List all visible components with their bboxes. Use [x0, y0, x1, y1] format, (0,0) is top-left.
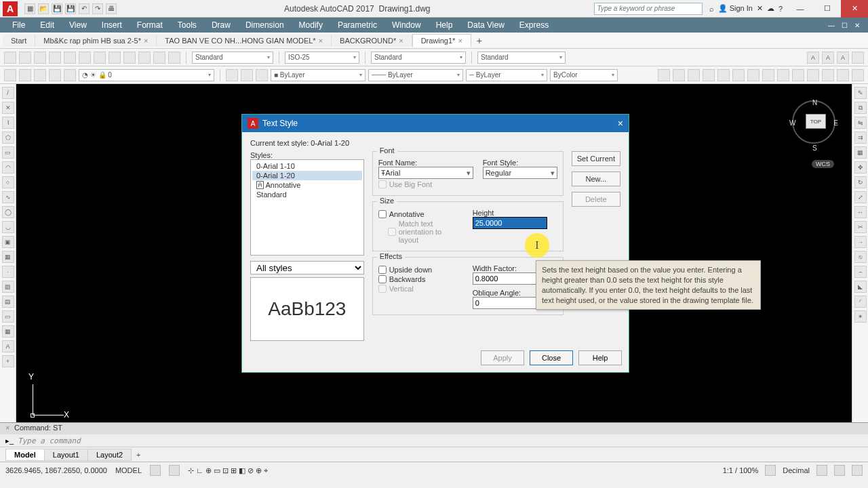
close-icon[interactable]: × [458, 37, 462, 45]
point-icon[interactable]: · [2, 266, 14, 278]
mdi-min-icon[interactable]: — [825, 20, 837, 30]
gear-icon[interactable] [765, 465, 776, 476]
print-icon[interactable]: 🖶 [106, 3, 117, 14]
open-icon[interactable]: 📂 [38, 3, 49, 14]
tool-icon[interactable] [226, 69, 238, 81]
tool-icon[interactable] [94, 52, 106, 64]
dimstyle-combo[interactable]: ISO-25 [285, 52, 359, 64]
tab-layout2[interactable]: Layout2 [87, 449, 132, 461]
color-combo[interactable]: ■ ByLayer [271, 69, 366, 81]
extend-icon[interactable]: → [854, 236, 867, 248]
explode-icon[interactable]: ✶ [854, 310, 867, 323]
tool-icon[interactable] [19, 52, 31, 64]
dialog-titlebar[interactable]: A Text Style × [242, 115, 629, 132]
text-icon[interactable]: A [837, 52, 849, 64]
minimize-button[interactable]: — [787, 0, 814, 18]
status-icon[interactable] [816, 465, 827, 476]
grid-icon[interactable] [150, 465, 161, 476]
fontstyle-combo[interactable]: Regular [483, 167, 557, 179]
close-icon[interactable]: × [144, 37, 148, 45]
table-icon[interactable]: ▦ [2, 325, 14, 338]
menu-dimension[interactable]: Dimension [239, 19, 291, 31]
dim-icon[interactable] [777, 69, 789, 81]
help-button[interactable]: Help [578, 350, 622, 365]
maximize-button[interactable]: ☐ [814, 0, 841, 18]
tool-icon[interactable] [19, 69, 31, 81]
dim-icon[interactable] [658, 69, 670, 81]
gradient-icon[interactable]: ▤ [2, 296, 14, 308]
tool-icon[interactable] [852, 52, 864, 64]
setcurrent-button[interactable]: Set Current [572, 151, 620, 166]
app-icon[interactable]: A [3, 1, 18, 16]
menu-window[interactable]: Window [385, 19, 428, 31]
mdi-max-icon[interactable]: ☐ [839, 20, 850, 30]
styles-listbox[interactable]: 0-Arial 1-10 0-Arial 1-20 🄰 Annotative S… [250, 159, 364, 256]
menu-format[interactable]: Format [130, 19, 170, 31]
rotate-icon[interactable]: ↻ [854, 176, 867, 188]
menu-express[interactable]: Express [513, 19, 555, 31]
linetype-combo[interactable]: ─── ByLayer [368, 69, 463, 81]
insert-icon[interactable]: ▣ [2, 236, 14, 248]
style-filter-combo[interactable]: All styles [250, 261, 364, 274]
dim-icon[interactable] [673, 69, 685, 81]
signin-button[interactable]: 👤 Sign In [718, 4, 753, 13]
close-icon[interactable]: × [399, 37, 403, 45]
exchange-icon[interactable]: ✕ [757, 4, 763, 13]
save-icon[interactable]: 💾 [52, 3, 62, 14]
list-item[interactable]: 0-Arial 1-10 [252, 161, 362, 171]
dim-icon[interactable] [688, 69, 700, 81]
new-button[interactable]: New... [572, 171, 620, 186]
a360-icon[interactable]: ☁ [767, 4, 774, 13]
tool-icon[interactable] [123, 52, 136, 64]
tab-doc-active[interactable]: Drawing1*× [412, 34, 471, 47]
tool-icon[interactable] [34, 52, 46, 64]
menu-view[interactable]: View [62, 19, 94, 31]
dim-icon[interactable] [807, 69, 819, 81]
dim-icon[interactable] [703, 69, 715, 81]
dim-icon[interactable] [852, 69, 864, 81]
erase-icon[interactable]: ✎ [854, 87, 867, 99]
viewcube-n[interactable]: N [812, 99, 817, 106]
dim-icon[interactable] [822, 69, 834, 81]
close-icon[interactable]: × [319, 37, 323, 45]
dim-icon[interactable] [732, 69, 745, 81]
rect-icon[interactable]: ▭ [2, 146, 14, 159]
space-mode[interactable]: MODEL [115, 466, 142, 474]
tool-icon[interactable] [138, 52, 151, 64]
tab-layout1[interactable]: Layout1 [44, 449, 88, 461]
textstyle-combo[interactable]: Standard [192, 52, 273, 64]
saveas-icon[interactable]: 💾 [65, 3, 76, 14]
trim-icon[interactable]: ✂ [854, 221, 867, 233]
xline-icon[interactable]: ✕ [2, 102, 14, 114]
mtext-icon[interactable]: A [2, 340, 14, 352]
tool-icon[interactable] [108, 52, 121, 64]
new-icon[interactable]: ▦ [24, 3, 35, 14]
tool-icon[interactable] [64, 52, 76, 64]
ellipsearc-icon[interactable]: ◡ [2, 221, 14, 233]
layer-combo[interactable]: ◔ ☀ 🔒 0 [79, 69, 214, 81]
arc-icon[interactable]: ◠ [2, 161, 14, 174]
text-icon[interactable]: A [822, 52, 834, 64]
dim-icon[interactable] [717, 69, 730, 81]
ellipse-icon[interactable]: ◯ [2, 206, 14, 218]
hatch-icon[interactable]: ▨ [2, 281, 14, 293]
list-item[interactable]: 0-Arial 1-20 [252, 171, 362, 180]
list-item[interactable]: 🄰 Annotative [252, 180, 362, 190]
viewcube-s[interactable]: S [812, 144, 817, 152]
menu-tools[interactable]: Tools [171, 19, 203, 31]
viewcube[interactable]: TOP N S W E [787, 95, 841, 149]
addsel-icon[interactable]: + [2, 355, 14, 367]
menu-parametric[interactable]: Parametric [331, 19, 384, 31]
wcs-badge[interactable]: WCS [812, 160, 834, 168]
array-icon[interactable]: ▦ [854, 146, 867, 159]
menu-file[interactable]: File [5, 19, 32, 31]
annoscale[interactable]: 1:1 / 100% [723, 466, 759, 474]
stretch-icon[interactable]: ↔ [854, 206, 867, 218]
new-tab-button[interactable]: + [471, 34, 488, 47]
tab-start[interactable]: Start [3, 35, 35, 47]
pline-icon[interactable]: ⌇ [2, 117, 14, 129]
tool-icon[interactable] [49, 69, 61, 81]
dim-icon[interactable] [747, 69, 760, 81]
line-icon[interactable]: / [2, 87, 14, 99]
menu-help[interactable]: Help [429, 19, 460, 31]
